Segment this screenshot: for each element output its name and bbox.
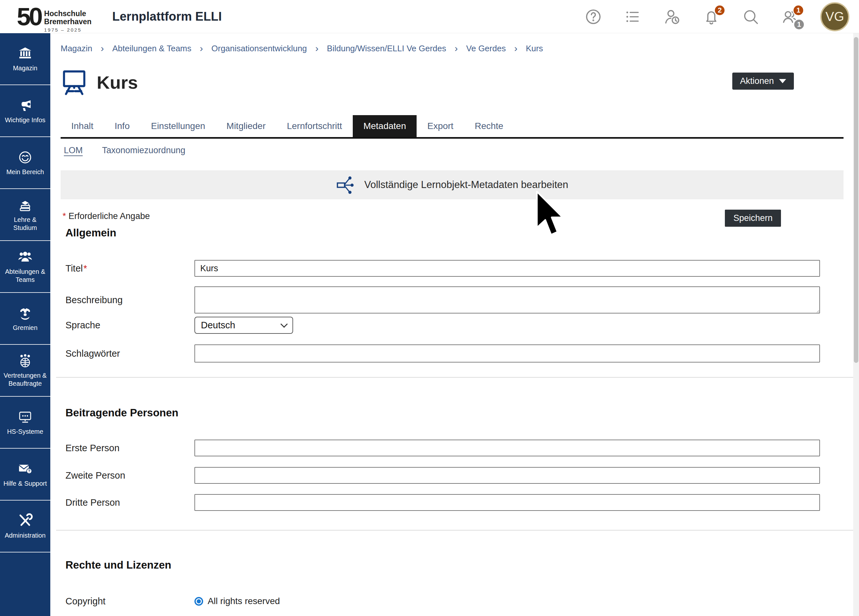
sidebar-item-label: Lehre & Studium — [0, 216, 50, 232]
form-row-erste-person: Erste Person — [50, 439, 833, 457]
search-icon[interactable] — [742, 8, 760, 26]
form-row-dritte-person: Dritte Person — [50, 494, 833, 511]
breadcrumb-item[interactable]: Abteilungen & Teams — [112, 44, 191, 53]
tab-inhalt[interactable]: Inhalt — [61, 115, 104, 137]
help-icon[interactable] — [584, 8, 602, 26]
sidebar-item-label: Mein Bereich — [5, 168, 45, 176]
bell-icon[interactable]: 2 — [702, 8, 720, 26]
copyright-radio[interactable] — [194, 597, 203, 606]
dritte-person-input[interactable] — [194, 494, 820, 511]
section-heading-beitragende: Beitragende Personen — [66, 407, 178, 419]
beschreibung-label: Beschreibung — [66, 286, 123, 313]
logo-years: 1975 – 2025 — [44, 27, 92, 33]
header-icon-bar: 2 1 1 VG — [584, 0, 849, 33]
form-row-schlagwoerter: Schlagwörter — [50, 344, 833, 363]
sidebar-item-magazin[interactable]: Magazin — [0, 33, 50, 85]
breadcrumb-separator-icon: › — [315, 43, 319, 54]
titel-input[interactable] — [194, 260, 820, 277]
erste-person-input[interactable] — [194, 439, 820, 457]
main-sidebar: Magazin Wichtige Infos Mein Bereich Lehr… — [0, 33, 50, 616]
titel-label-text: Titel — [66, 263, 83, 274]
sidebar-item-hs-systeme[interactable]: HS-Systeme — [0, 397, 50, 449]
sidebar-item-label: Gremien — [12, 324, 39, 332]
main-content: Magazin › Abteilungen & Teams › Organisa… — [50, 33, 854, 616]
sprache-selected-value: Deutsch — [201, 320, 235, 331]
chevron-down-icon — [281, 320, 288, 328]
logo-50-mark: 50 — [17, 3, 41, 30]
subtab-lom[interactable]: LOM — [64, 145, 83, 155]
sidebar-item-mein-bereich[interactable]: Mein Bereich — [0, 137, 50, 189]
svg-text:?: ? — [28, 469, 30, 474]
monitor-icon — [17, 409, 33, 425]
erste-person-label: Erste Person — [66, 439, 120, 457]
sidebar-item-wichtige-infos[interactable]: Wichtige Infos — [0, 85, 50, 137]
titel-label: Titel* — [66, 260, 90, 277]
books-icon — [17, 197, 33, 213]
form-row-beschreibung: Beschreibung — [50, 286, 833, 313]
sidebar-item-hilfe-support[interactable]: ? Hilfe & Support — [0, 449, 50, 500]
logo-line2: Bremerhaven — [44, 18, 92, 26]
radio-dot — [197, 599, 201, 603]
actions-button[interactable]: Aktionen — [732, 73, 794, 90]
copyright-option-label: All rights reserved — [208, 596, 280, 606]
breadcrumb-separator-icon: › — [454, 43, 458, 54]
tools-icon — [17, 513, 33, 528]
university-logo[interactable]: 50 Hochschule Bremerhaven 1975 – 2025 — [17, 3, 92, 33]
sidebar-item-label: Administration — [3, 532, 47, 539]
list-icon[interactable] — [624, 8, 642, 26]
zweite-person-input[interactable] — [194, 467, 820, 484]
subtab-taxonomiezuordnung[interactable]: Taxonomiezuordnung — [102, 145, 186, 155]
required-asterisk: * — [62, 211, 66, 221]
logo-line1: Hochschule — [44, 10, 92, 18]
section-divider — [56, 377, 859, 378]
breadcrumb-separator-icon: › — [200, 43, 203, 54]
top-header: 50 Hochschule Bremerhaven 1975 – 2025 Le… — [0, 0, 859, 33]
sidebar-item-abteilungen-teams[interactable]: Abteilungen & Teams — [0, 241, 50, 293]
required-asterisk: * — [83, 263, 87, 274]
users-icon[interactable]: 1 1 — [781, 8, 799, 26]
sidebar-item-label: Hilfe & Support — [2, 480, 48, 488]
app-title: Lernplattform ELLI — [112, 10, 222, 23]
sidebar-item-gremien[interactable]: Gremien — [0, 293, 50, 345]
breadcrumb-item[interactable]: Bildung/Wissen/ELLI Ve Gerdes — [327, 44, 446, 53]
app-window: 50 Hochschule Bremerhaven 1975 – 2025 Le… — [0, 0, 859, 616]
page-title: Kurs — [97, 72, 138, 93]
beschreibung-textarea[interactable] — [194, 286, 820, 313]
bell-badge: 2 — [714, 5, 726, 16]
bank-icon — [17, 46, 33, 61]
save-button[interactable]: Speichern — [725, 210, 781, 227]
breadcrumb-item[interactable]: Organisationsentwicklung — [211, 44, 307, 53]
breadcrumb-item[interactable]: Kurs — [526, 44, 543, 53]
tab-metadaten[interactable]: Metadaten — [353, 115, 417, 137]
edit-full-metadata-banner[interactable]: Vollständige Lernobjekt-Metadaten bearbe… — [61, 170, 843, 199]
caret-down-icon — [779, 79, 786, 83]
sidebar-item-label: Vertretungen & Beauftragte — [0, 372, 50, 388]
sprache-select[interactable]: Deutsch — [194, 317, 293, 334]
avatar[interactable]: VG — [820, 2, 849, 31]
breadcrumb-item[interactable]: Ve Gerdes — [466, 44, 506, 53]
tab-mitglieder[interactable]: Mitglieder — [216, 115, 276, 137]
section-divider — [56, 530, 859, 530]
team-icon — [17, 249, 33, 265]
zweite-person-label: Zweite Person — [66, 467, 125, 484]
required-note-label: Erforderliche Angabe — [69, 211, 150, 221]
sidebar-item-lehre-studium[interactable]: Lehre & Studium — [0, 189, 50, 241]
tab-info[interactable]: Info — [104, 115, 141, 137]
sprache-label: Sprache — [66, 317, 100, 334]
form-row-copyright: Copyright All rights reserved — [50, 593, 833, 610]
schlagwoerter-input[interactable] — [194, 344, 820, 363]
users-badge-bottom: 1 — [793, 19, 805, 30]
tab-export[interactable]: Export — [417, 115, 464, 137]
metadata-hub-icon — [336, 175, 356, 195]
tab-einstellungen[interactable]: Einstellungen — [140, 115, 216, 137]
tab-rechte[interactable]: Rechte — [464, 115, 514, 137]
form-row-zweite-person: Zweite Person — [50, 467, 833, 484]
sidebar-filler — [0, 552, 50, 616]
sidebar-item-administration[interactable]: Administration — [0, 500, 50, 552]
breadcrumb-item[interactable]: Magazin — [61, 44, 92, 53]
tab-lernfortschritt[interactable]: Lernfortschritt — [276, 115, 353, 137]
breadcrumb-separator-icon: › — [514, 43, 517, 54]
user-clock-icon[interactable] — [663, 8, 681, 26]
scrollbar-thumb[interactable] — [854, 37, 858, 363]
sidebar-item-vertretungen-beauftragte[interactable]: Vertretungen & Beauftragte — [0, 345, 50, 397]
